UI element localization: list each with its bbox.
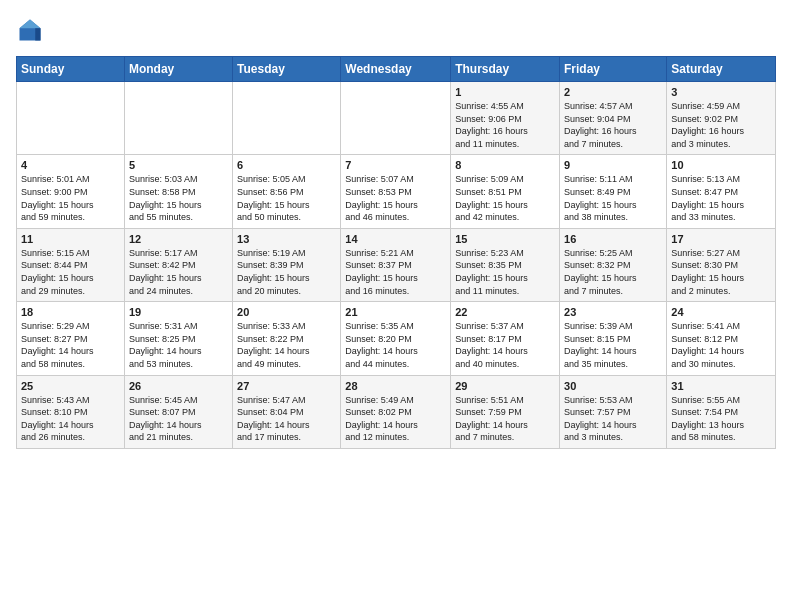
day-number: 3 (671, 86, 771, 98)
day-header-monday: Monday (124, 57, 232, 82)
calendar-cell: 13Sunrise: 5:19 AM Sunset: 8:39 PM Dayli… (233, 228, 341, 301)
day-number: 19 (129, 306, 228, 318)
day-info: Sunrise: 5:15 AM Sunset: 8:44 PM Dayligh… (21, 247, 120, 297)
calendar-cell: 9Sunrise: 5:11 AM Sunset: 8:49 PM Daylig… (560, 155, 667, 228)
calendar-cell (17, 82, 125, 155)
day-number: 1 (455, 86, 555, 98)
day-info: Sunrise: 5:33 AM Sunset: 8:22 PM Dayligh… (237, 320, 336, 370)
calendar-cell: 16Sunrise: 5:25 AM Sunset: 8:32 PM Dayli… (560, 228, 667, 301)
calendar-cell: 5Sunrise: 5:03 AM Sunset: 8:58 PM Daylig… (124, 155, 232, 228)
day-number: 14 (345, 233, 446, 245)
calendar-cell (233, 82, 341, 155)
calendar-cell: 10Sunrise: 5:13 AM Sunset: 8:47 PM Dayli… (667, 155, 776, 228)
calendar-body: 1Sunrise: 4:55 AM Sunset: 9:06 PM Daylig… (17, 82, 776, 449)
day-info: Sunrise: 5:45 AM Sunset: 8:07 PM Dayligh… (129, 394, 228, 444)
day-info: Sunrise: 4:55 AM Sunset: 9:06 PM Dayligh… (455, 100, 555, 150)
day-info: Sunrise: 5:09 AM Sunset: 8:51 PM Dayligh… (455, 173, 555, 223)
day-info: Sunrise: 5:07 AM Sunset: 8:53 PM Dayligh… (345, 173, 446, 223)
day-info: Sunrise: 5:55 AM Sunset: 7:54 PM Dayligh… (671, 394, 771, 444)
day-number: 23 (564, 306, 662, 318)
calendar-table: SundayMondayTuesdayWednesdayThursdayFrid… (16, 56, 776, 449)
day-info: Sunrise: 5:19 AM Sunset: 8:39 PM Dayligh… (237, 247, 336, 297)
day-header-thursday: Thursday (451, 57, 560, 82)
day-number: 10 (671, 159, 771, 171)
day-header-sunday: Sunday (17, 57, 125, 82)
day-header-tuesday: Tuesday (233, 57, 341, 82)
calendar-cell: 29Sunrise: 5:51 AM Sunset: 7:59 PM Dayli… (451, 375, 560, 448)
day-number: 11 (21, 233, 120, 245)
calendar-cell: 1Sunrise: 4:55 AM Sunset: 9:06 PM Daylig… (451, 82, 560, 155)
day-number: 17 (671, 233, 771, 245)
calendar-cell: 3Sunrise: 4:59 AM Sunset: 9:02 PM Daylig… (667, 82, 776, 155)
day-info: Sunrise: 5:49 AM Sunset: 8:02 PM Dayligh… (345, 394, 446, 444)
day-number: 8 (455, 159, 555, 171)
day-number: 18 (21, 306, 120, 318)
calendar-cell: 17Sunrise: 5:27 AM Sunset: 8:30 PM Dayli… (667, 228, 776, 301)
calendar-cell: 18Sunrise: 5:29 AM Sunset: 8:27 PM Dayli… (17, 302, 125, 375)
day-info: Sunrise: 5:53 AM Sunset: 7:57 PM Dayligh… (564, 394, 662, 444)
calendar-cell: 15Sunrise: 5:23 AM Sunset: 8:35 PM Dayli… (451, 228, 560, 301)
calendar-cell: 25Sunrise: 5:43 AM Sunset: 8:10 PM Dayli… (17, 375, 125, 448)
day-number: 12 (129, 233, 228, 245)
day-number: 2 (564, 86, 662, 98)
day-info: Sunrise: 4:57 AM Sunset: 9:04 PM Dayligh… (564, 100, 662, 150)
day-info: Sunrise: 5:11 AM Sunset: 8:49 PM Dayligh… (564, 173, 662, 223)
day-info: Sunrise: 5:03 AM Sunset: 8:58 PM Dayligh… (129, 173, 228, 223)
day-info: Sunrise: 5:21 AM Sunset: 8:37 PM Dayligh… (345, 247, 446, 297)
calendar-cell: 30Sunrise: 5:53 AM Sunset: 7:57 PM Dayli… (560, 375, 667, 448)
day-number: 13 (237, 233, 336, 245)
calendar-cell: 14Sunrise: 5:21 AM Sunset: 8:37 PM Dayli… (341, 228, 451, 301)
day-info: Sunrise: 5:47 AM Sunset: 8:04 PM Dayligh… (237, 394, 336, 444)
calendar-cell: 11Sunrise: 5:15 AM Sunset: 8:44 PM Dayli… (17, 228, 125, 301)
calendar-cell: 8Sunrise: 5:09 AM Sunset: 8:51 PM Daylig… (451, 155, 560, 228)
day-number: 15 (455, 233, 555, 245)
calendar-cell: 24Sunrise: 5:41 AM Sunset: 8:12 PM Dayli… (667, 302, 776, 375)
day-number: 20 (237, 306, 336, 318)
day-header-wednesday: Wednesday (341, 57, 451, 82)
calendar-week-1: 1Sunrise: 4:55 AM Sunset: 9:06 PM Daylig… (17, 82, 776, 155)
calendar-cell: 7Sunrise: 5:07 AM Sunset: 8:53 PM Daylig… (341, 155, 451, 228)
calendar-cell: 26Sunrise: 5:45 AM Sunset: 8:07 PM Dayli… (124, 375, 232, 448)
day-info: Sunrise: 4:59 AM Sunset: 9:02 PM Dayligh… (671, 100, 771, 150)
day-number: 27 (237, 380, 336, 392)
day-info: Sunrise: 5:37 AM Sunset: 8:17 PM Dayligh… (455, 320, 555, 370)
day-info: Sunrise: 5:13 AM Sunset: 8:47 PM Dayligh… (671, 173, 771, 223)
calendar-cell: 4Sunrise: 5:01 AM Sunset: 9:00 PM Daylig… (17, 155, 125, 228)
calendar-cell: 19Sunrise: 5:31 AM Sunset: 8:25 PM Dayli… (124, 302, 232, 375)
calendar-cell: 22Sunrise: 5:37 AM Sunset: 8:17 PM Dayli… (451, 302, 560, 375)
calendar-cell: 27Sunrise: 5:47 AM Sunset: 8:04 PM Dayli… (233, 375, 341, 448)
day-info: Sunrise: 5:25 AM Sunset: 8:32 PM Dayligh… (564, 247, 662, 297)
day-info: Sunrise: 5:23 AM Sunset: 8:35 PM Dayligh… (455, 247, 555, 297)
day-number: 9 (564, 159, 662, 171)
day-number: 28 (345, 380, 446, 392)
day-number: 16 (564, 233, 662, 245)
day-number: 26 (129, 380, 228, 392)
day-info: Sunrise: 5:43 AM Sunset: 8:10 PM Dayligh… (21, 394, 120, 444)
day-info: Sunrise: 5:51 AM Sunset: 7:59 PM Dayligh… (455, 394, 555, 444)
day-number: 7 (345, 159, 446, 171)
calendar-cell: 23Sunrise: 5:39 AM Sunset: 8:15 PM Dayli… (560, 302, 667, 375)
day-number: 31 (671, 380, 771, 392)
day-number: 21 (345, 306, 446, 318)
logo (16, 16, 48, 44)
svg-marker-1 (20, 20, 41, 29)
day-info: Sunrise: 5:05 AM Sunset: 8:56 PM Dayligh… (237, 173, 336, 223)
calendar-header: SundayMondayTuesdayWednesdayThursdayFrid… (17, 57, 776, 82)
day-info: Sunrise: 5:29 AM Sunset: 8:27 PM Dayligh… (21, 320, 120, 370)
day-number: 29 (455, 380, 555, 392)
day-number: 25 (21, 380, 120, 392)
day-number: 4 (21, 159, 120, 171)
calendar-cell: 28Sunrise: 5:49 AM Sunset: 8:02 PM Dayli… (341, 375, 451, 448)
calendar-week-2: 4Sunrise: 5:01 AM Sunset: 9:00 PM Daylig… (17, 155, 776, 228)
day-info: Sunrise: 5:39 AM Sunset: 8:15 PM Dayligh… (564, 320, 662, 370)
calendar-week-4: 18Sunrise: 5:29 AM Sunset: 8:27 PM Dayli… (17, 302, 776, 375)
calendar-cell: 21Sunrise: 5:35 AM Sunset: 8:20 PM Dayli… (341, 302, 451, 375)
day-number: 5 (129, 159, 228, 171)
day-info: Sunrise: 5:17 AM Sunset: 8:42 PM Dayligh… (129, 247, 228, 297)
svg-marker-2 (35, 28, 40, 40)
day-number: 30 (564, 380, 662, 392)
calendar-cell (124, 82, 232, 155)
calendar-cell: 12Sunrise: 5:17 AM Sunset: 8:42 PM Dayli… (124, 228, 232, 301)
calendar-week-3: 11Sunrise: 5:15 AM Sunset: 8:44 PM Dayli… (17, 228, 776, 301)
day-info: Sunrise: 5:31 AM Sunset: 8:25 PM Dayligh… (129, 320, 228, 370)
